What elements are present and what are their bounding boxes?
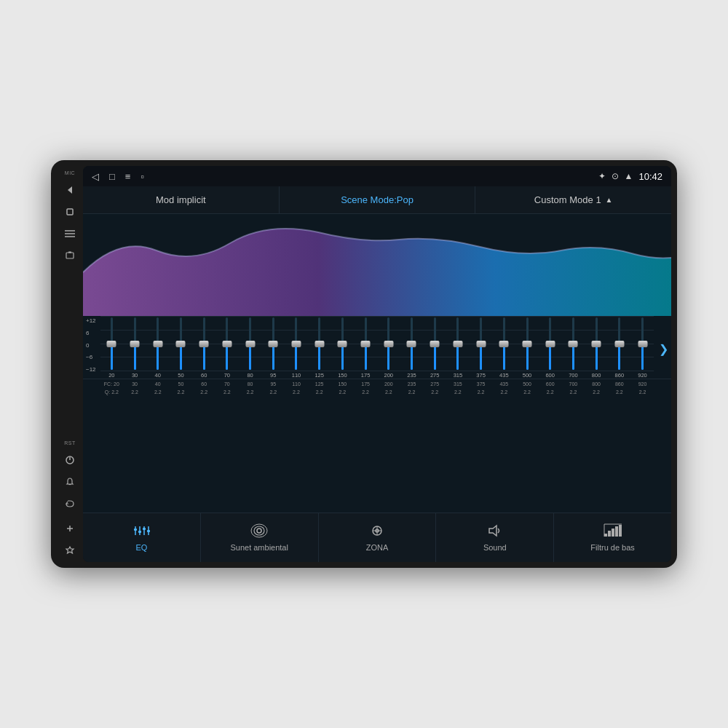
svg-rect-1 xyxy=(67,209,73,215)
fcq-70: 702.2 xyxy=(216,381,239,396)
slider-95[interactable]: 95 xyxy=(262,320,285,379)
fcq-375: 3752.2 xyxy=(470,381,492,396)
slider-150[interactable]: 150 xyxy=(331,320,354,379)
bluetooth-icon: ✦ xyxy=(598,171,606,181)
slider-70[interactable]: 70 xyxy=(216,320,239,379)
zona-icon xyxy=(368,523,386,540)
slider-435[interactable]: 435 xyxy=(493,320,515,379)
db-neg12-label: −12 xyxy=(86,366,96,373)
add-button[interactable] xyxy=(63,521,77,536)
svg-rect-30 xyxy=(608,531,611,537)
status-right: ✦ ⊙ ▲ 10:42 xyxy=(598,171,662,182)
slider-50[interactable]: 50 xyxy=(170,320,192,379)
device-frame: MIC RST xyxy=(51,160,677,568)
svg-rect-20 xyxy=(147,530,150,532)
fcq-80: 802.2 xyxy=(239,381,261,396)
fc-q-row: FC: 20Q: 2.2302.2402.2502.2602.2702.2802… xyxy=(83,379,671,397)
nav-buttons: ◁ □ ≡ ▫ xyxy=(92,171,144,182)
fcq-175: 1752.2 xyxy=(355,381,377,396)
svg-point-21 xyxy=(257,529,261,533)
tab-filtru[interactable]: Filtru de bas xyxy=(554,513,671,562)
slider-235[interactable]: 235 xyxy=(400,320,423,379)
fcq-60: 602.2 xyxy=(193,381,215,396)
mode-implicit[interactable]: Mod implicit xyxy=(83,186,280,213)
fcq-125: 1252.2 xyxy=(308,381,331,396)
tab-sound[interactable]: Sound xyxy=(436,513,554,562)
tab-filtru-label: Filtru de bas xyxy=(590,543,635,552)
home-button[interactable] xyxy=(63,205,77,219)
menu-nav-icon[interactable]: ≡ xyxy=(125,171,131,182)
recent-nav-icon[interactable]: ▫ xyxy=(141,171,144,182)
slider-125[interactable]: 125 xyxy=(308,320,331,379)
slider-40[interactable]: 40 xyxy=(146,320,169,379)
fcq-860: 8602.2 xyxy=(608,381,630,396)
eq-visualizer xyxy=(83,214,671,316)
fcq-315: 3152.2 xyxy=(447,381,470,396)
fcq-30: 302.2 xyxy=(124,381,146,396)
fcq-600: 6002.2 xyxy=(539,381,561,396)
eq-wave-svg xyxy=(83,214,671,316)
bottom-tabs: EQ Sunet ambiental xyxy=(83,513,671,562)
menu-button[interactable] xyxy=(63,226,77,241)
svg-rect-16 xyxy=(138,531,141,533)
tab-eq[interactable]: EQ xyxy=(83,513,201,562)
slider-500[interactable]: 500 xyxy=(516,320,539,379)
tab-ambient[interactable]: Sunet ambiental xyxy=(201,513,319,562)
slider-860[interactable]: 860 xyxy=(608,320,630,379)
slider-200[interactable]: 200 xyxy=(377,320,400,379)
tab-sound-label: Sound xyxy=(483,543,507,552)
screenshot-button[interactable] xyxy=(63,248,77,263)
fcq-275: 2752.2 xyxy=(424,381,446,396)
tab-zona[interactable]: ZONA xyxy=(319,513,437,562)
fcq-50: 502.2 xyxy=(170,381,192,396)
slider-110[interactable]: 110 xyxy=(285,320,308,379)
fcq-200: 2002.2 xyxy=(377,381,400,396)
rst-label: RST xyxy=(64,440,76,446)
slider-700[interactable]: 700 xyxy=(562,320,585,379)
mode-scene[interactable]: Scene Mode:Pop xyxy=(280,186,476,213)
back-button[interactable] xyxy=(63,183,77,197)
slider-800[interactable]: 800 xyxy=(585,320,608,379)
side-panel: MIC RST xyxy=(57,166,83,562)
svg-marker-28 xyxy=(489,526,496,536)
back-nav-icon[interactable]: ◁ xyxy=(92,171,99,182)
svg-marker-12 xyxy=(66,547,74,553)
power-button[interactable] xyxy=(63,453,77,467)
svg-rect-31 xyxy=(612,529,614,537)
tab-ambient-label: Sunet ambiental xyxy=(230,543,288,552)
slider-60[interactable]: 60 xyxy=(193,320,215,379)
next-arrow[interactable]: ❯ xyxy=(659,342,668,356)
fcq-235: 2352.2 xyxy=(400,381,423,396)
slider-30[interactable]: 30 xyxy=(124,320,146,379)
svg-rect-6 xyxy=(68,252,71,253)
slider-920[interactable]: 920 xyxy=(631,320,654,379)
slider-315[interactable]: 315 xyxy=(447,320,470,379)
main-screen: ◁ □ ≡ ▫ ✦ ⊙ ▲ 10:42 Mod implicit Scene M… xyxy=(83,166,671,562)
status-bar: ◁ □ ≡ ▫ ✦ ⊙ ▲ 10:42 xyxy=(83,166,671,186)
sliders-row: 2030405060708095110125150175200235275315… xyxy=(83,319,671,379)
fcq-800: 8002.2 xyxy=(585,381,608,396)
slider-275[interactable]: 275 xyxy=(424,320,446,379)
db-0-label: 0 xyxy=(86,342,96,349)
sliders-container: 2030405060708095110125150175200235275315… xyxy=(100,320,654,379)
undo-button[interactable] xyxy=(63,496,77,511)
fcq-95: 952.2 xyxy=(262,381,285,396)
fcq-700: 7002.2 xyxy=(562,381,585,396)
slider-375[interactable]: 375 xyxy=(470,320,492,379)
settings-button[interactable] xyxy=(63,543,77,558)
svg-rect-18 xyxy=(143,528,146,530)
mode-bar: Mod implicit Scene Mode:Pop Custom Mode … xyxy=(83,186,671,214)
screen-content: Mod implicit Scene Mode:Pop Custom Mode … xyxy=(83,186,671,562)
slider-20[interactable]: 20 xyxy=(100,320,123,379)
slider-80[interactable]: 80 xyxy=(239,320,261,379)
home-nav-icon[interactable]: □ xyxy=(109,171,115,182)
svg-rect-14 xyxy=(134,529,137,531)
fcq-150: 1502.2 xyxy=(331,381,354,396)
bell-button[interactable] xyxy=(63,475,77,489)
slider-600[interactable]: 600 xyxy=(539,320,561,379)
mode-custom[interactable]: Custom Mode 1 ▲ xyxy=(475,186,671,213)
slider-175[interactable]: 175 xyxy=(355,320,377,379)
fcq-110: 1102.2 xyxy=(285,381,308,396)
mic-label: MIC xyxy=(65,170,75,175)
time-display: 10:42 xyxy=(638,171,662,182)
